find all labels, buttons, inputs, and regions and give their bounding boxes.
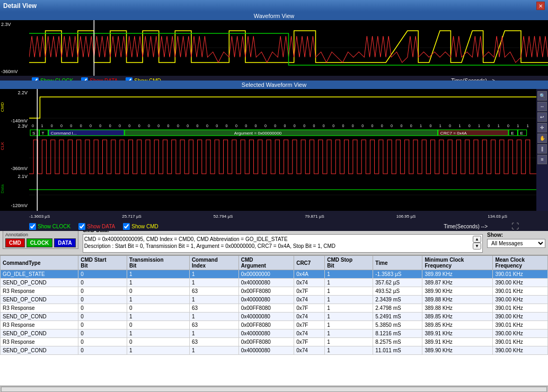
svg-text:1: 1 [420, 124, 422, 128]
th-trans-bit: TransmissionBit [127, 256, 190, 270]
svg-text:0: 0 [216, 124, 218, 128]
table-row[interactable]: SEND_OP_COND0110x400000800x7418.1216 mS3… [1, 329, 548, 338]
svg-text:0: 0 [507, 124, 509, 128]
table-cell: SEND_OP_COND [1, 296, 78, 304]
selected-waveform-svg: 0 1 0 0 0 0 0 0 0 0 0 0 0 0 0 0 0 [29, 89, 536, 211]
svg-text:0: 0 [429, 124, 431, 128]
table-cell: 0 [78, 287, 127, 296]
svg-text:S: S [32, 131, 35, 136]
sel-data-label: Show DATA [87, 224, 115, 229]
table-cell: SEND_OP_COND [1, 329, 78, 338]
clk-y-min: -360mV [11, 166, 28, 171]
svg-text:0: 0 [226, 124, 228, 128]
svg-text:0: 0 [323, 124, 325, 128]
sel-cb-clock[interactable]: Show CLOCK [29, 223, 70, 230]
clk-axis-label: CLK [0, 142, 5, 150]
scroll-up[interactable]: ▲ [473, 236, 481, 243]
tool-btn-2[interactable]: ↔ [537, 102, 547, 111]
table-row[interactable]: R3 Response00630x00FF80800x7F18.2575 mS3… [1, 338, 548, 346]
table-cell: 0x40000080 [238, 279, 294, 287]
table-cell: -1.3583 µS [373, 270, 422, 279]
tool-btn-4[interactable]: ✛ [537, 123, 547, 132]
sel-cb-data[interactable]: Show DATA [78, 223, 115, 230]
table-cell: 1 [189, 296, 238, 304]
scroll-down[interactable]: ▼ [473, 243, 481, 250]
svg-text:0: 0 [400, 124, 402, 128]
svg-text:0: 0 [128, 124, 130, 128]
table-cell: 63 [189, 287, 238, 296]
table-cell: 390.00 KHz [493, 346, 548, 355]
svg-text:0: 0 [109, 124, 111, 128]
table-cell: 1 [189, 346, 238, 355]
table-cell: 1 [325, 329, 373, 338]
table-row[interactable]: SEND_OP_COND0110x400000800x741357.62 µS3… [1, 279, 548, 287]
table-row[interactable]: R3 Response00630x00FF80800x7F1493.52 µS3… [1, 287, 548, 296]
sel-clock-label: Show CLOCK [38, 224, 70, 229]
table-cell: 0x74 [294, 279, 325, 287]
svg-text:0: 0 [187, 124, 189, 128]
svg-text:T: T [41, 131, 44, 136]
table-cell: 0x40000080 [238, 329, 294, 338]
table-cell: R3 Response [1, 304, 78, 313]
tool-btn-6[interactable]: ∥ [537, 144, 547, 154]
tick-4: 106.95 µS [396, 214, 416, 219]
tool-btn-5[interactable]: ✋ [537, 133, 547, 143]
svg-text:0: 0 [177, 124, 179, 128]
th-mean-freq: Mean ClockFrequency [493, 256, 548, 270]
cmd-y-max: 2.2V [17, 90, 28, 95]
tick-1: 25.717 µS [122, 214, 142, 219]
table-row[interactable]: SEND_OP_COND0110x400000800x7415.2491 mS3… [1, 313, 548, 321]
svg-text:0: 0 [197, 124, 199, 128]
waveform-top: Waveform View 2.3V -360mV [0, 12, 548, 81]
sidebar-tools: 🔍 ↔ ↩ ✛ ✋ ∥ ≡ [536, 89, 548, 211]
table-row[interactable]: R3 Response00630x00FF80800x7F12.4798 mS3… [1, 304, 548, 313]
tool-btn-7[interactable]: ≡ [537, 155, 547, 164]
table-cell: 390.00 KHz [493, 329, 548, 338]
table-cell: 357.62 µS [373, 279, 422, 287]
annotation-buttons: CMD CLOCK DATA [5, 238, 76, 247]
top-y-min: -360mV [1, 69, 28, 74]
data-table-container[interactable]: CommandType CMD StartBit TransmissionBit… [0, 255, 548, 386]
table-cell: 0x74 [294, 329, 325, 338]
svg-text:E: E [520, 131, 523, 136]
table-row[interactable]: GO_IDLE_STATE0110x000000000x4A1-1.3583 µ… [1, 270, 548, 279]
data-y: 2.1V [17, 174, 28, 179]
svg-text:0: 0 [391, 124, 393, 128]
horizontal-scrollbar[interactable] [1, 387, 547, 392]
table-cell: 0x40000080 [238, 296, 294, 304]
bottom-scrollbar[interactable] [0, 386, 548, 392]
close-button[interactable]: ✕ [536, 2, 545, 10]
ann-clock-button[interactable]: CLOCK [26, 238, 53, 247]
table-cell: 0x7F [294, 304, 325, 313]
tick-2: 52.794 µS [214, 214, 233, 219]
table-cell: 2.4798 mS [373, 304, 422, 313]
table-row[interactable]: SEND_OP_COND0110x400000800x7412.3439 mS3… [1, 296, 548, 304]
table-cell: 0x00000000 [238, 270, 294, 279]
table-cell: 389.89 KHz [422, 270, 493, 279]
table-row[interactable]: R3 Response00630x00FF80800x7F15.3850 mS3… [1, 321, 548, 329]
table-cell: 0 [127, 321, 190, 329]
svg-text:0: 0 [381, 124, 383, 128]
svg-text:0: 0 [157, 124, 160, 128]
table-cell: 0x40000080 [238, 313, 294, 321]
svg-text:0: 0 [264, 124, 267, 128]
ann-data-button[interactable]: DATA [54, 238, 75, 247]
show-dropdown[interactable]: All Messages CMD Only Data Only [487, 239, 545, 248]
table-cell: 0x00FF8080 [238, 321, 294, 329]
svg-text:1: 1 [478, 124, 480, 128]
tool-btn-1[interactable]: 🔍 [537, 91, 547, 101]
ann-cmd-button[interactable]: CMD [5, 238, 25, 247]
th-cmd-index: CommandIndex [189, 256, 238, 270]
table-cell: 389.91 KHz [422, 329, 493, 338]
table-cell: 1 [127, 296, 190, 304]
table-cell: 0 [78, 321, 127, 329]
sel-cb-cmd[interactable]: Show CMD [123, 223, 158, 230]
table-row[interactable]: SEND_OP_COND0110x400000800x74111.011 mS3… [1, 346, 548, 355]
svg-text:0: 0 [80, 124, 82, 128]
th-command-type: CommandType [1, 256, 78, 270]
table-cell: SEND_OP_COND [1, 346, 78, 355]
svg-text:0: 0 [235, 124, 237, 128]
tool-btn-3[interactable]: ↩ [537, 112, 547, 122]
table-cell: 390.01 KHz [493, 338, 548, 346]
table-cell: 0x7F [294, 338, 325, 346]
